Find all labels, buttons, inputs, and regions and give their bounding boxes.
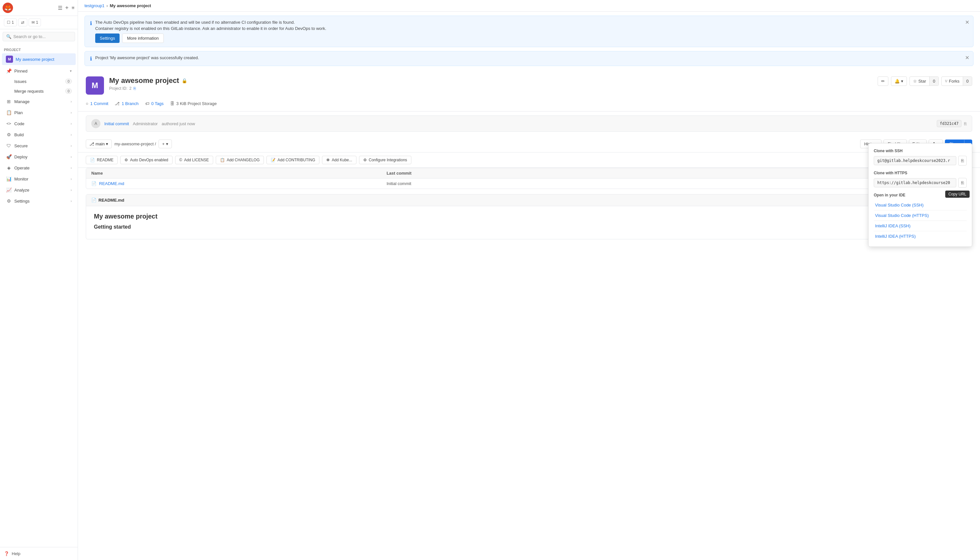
clone-intellij-ssh[interactable]: IntelliJ IDEA (SSH) bbox=[874, 221, 967, 231]
clone-https-url[interactable]: https://gitlab.helpdeskcourse20 bbox=[874, 178, 956, 187]
configure-integrations-button[interactable]: ⚙ Configure Integrations bbox=[359, 156, 411, 164]
plan-label: Plan bbox=[14, 110, 23, 115]
pinned-icon: 📌 bbox=[6, 68, 12, 74]
commits-icon: ○ bbox=[86, 101, 88, 106]
sidebar-item-project[interactable]: M My awesome project bbox=[2, 53, 76, 65]
branch-selector[interactable]: ⎇ main ▾ bbox=[86, 140, 112, 148]
deploy-label: Deploy bbox=[14, 155, 27, 159]
chevron-right-icon2: › bbox=[70, 110, 72, 115]
topbar: testgroup1 › My awesome project bbox=[78, 0, 980, 12]
add-contributing-button[interactable]: 📝 Add CONTRIBUTING bbox=[266, 156, 319, 164]
repo-toolbar: ⎇ main ▾ my-awesome-project / + ▾ Histor… bbox=[78, 136, 980, 153]
sidebar-subitem-merge-requests[interactable]: Merge requests 0 bbox=[2, 87, 76, 96]
sidebar-item-secure[interactable]: 🛡 Secure › bbox=[2, 140, 76, 151]
readme-subtitle: Getting started bbox=[94, 224, 964, 230]
sidebar-item-monitor[interactable]: 📊 Monitor › bbox=[2, 174, 76, 184]
code-label: Code bbox=[14, 121, 24, 126]
copy-ssh-icon: ⎘ bbox=[961, 158, 964, 163]
tags-link[interactable]: 0 Tags bbox=[151, 101, 164, 106]
stat-branches[interactable]: ⎇ 1 Branch bbox=[115, 101, 138, 106]
stat-tags[interactable]: 🏷 0 Tags bbox=[145, 101, 164, 106]
commit-title[interactable]: Initial commit bbox=[104, 121, 129, 126]
fork-button[interactable]: ⑂ Forks 0 bbox=[941, 77, 972, 86]
alert-success-close[interactable]: ✕ bbox=[965, 55, 969, 61]
main-content: testgroup1 › My awesome project ℹ The Au… bbox=[78, 0, 980, 560]
star-button[interactable]: ☆ Star 0 bbox=[910, 77, 939, 86]
manage-label: Manage bbox=[14, 99, 30, 104]
code-icon: <> bbox=[6, 121, 12, 127]
sidebar-footer-help[interactable]: ❓ Help bbox=[0, 547, 78, 560]
readme-button[interactable]: 📄 README bbox=[86, 156, 118, 164]
clone-vscode-https[interactable]: Visual Studio Code (HTTPS) bbox=[874, 210, 967, 221]
chevron-right-icon3: › bbox=[70, 122, 72, 125]
plan-icon: 📋 bbox=[6, 110, 12, 115]
topbar-separator: › bbox=[106, 3, 108, 8]
add-file-button[interactable]: + ▾ bbox=[159, 140, 172, 148]
sidebar-item-deploy[interactable]: 🚀 Deploy › bbox=[2, 152, 76, 162]
commits-link[interactable]: 1 Commit bbox=[90, 101, 108, 106]
alert-info-icon: ℹ bbox=[90, 20, 92, 26]
new-item-icon[interactable]: + bbox=[65, 5, 68, 12]
copy-https-url-button[interactable]: ⎘ Copy URL bbox=[958, 178, 967, 188]
add-kube-button[interactable]: ☸ Add Kube... bbox=[322, 156, 357, 164]
chevron-right-icon9: › bbox=[70, 188, 72, 192]
notification-button[interactable]: 🔔 ▾ bbox=[891, 77, 907, 86]
todos-badge[interactable]: ✉ 1 bbox=[28, 18, 41, 26]
commit-avatar-initial: A bbox=[95, 121, 97, 126]
edit-project-button[interactable]: ✏ bbox=[878, 77, 889, 86]
project-id-value: 2 bbox=[130, 86, 131, 91]
alert-autodevops-close[interactable]: ✕ bbox=[965, 19, 969, 25]
copy-id-icon[interactable]: ⎘ bbox=[133, 86, 136, 91]
license-label: Add LICENSE bbox=[184, 158, 209, 162]
sidebar-section-label: Project bbox=[0, 44, 78, 53]
sidebar-item-settings[interactable]: ⚙ Settings › bbox=[2, 196, 76, 206]
commit-hash: fd321c47 ⎘ bbox=[937, 120, 967, 127]
sidebar-item-operate[interactable]: ◈ Operate › bbox=[2, 163, 76, 173]
path-breadcrumb: my-awesome-project / bbox=[115, 142, 156, 146]
file-name[interactable]: 📄 README.md bbox=[91, 181, 382, 186]
sidebar-item-analyze[interactable]: 📈 Analyze › bbox=[2, 185, 76, 195]
stat-commits[interactable]: ○ 1 Commit bbox=[86, 101, 108, 106]
mr-badge[interactable]: ⇄ bbox=[18, 18, 27, 26]
sidebar-item-pinned[interactable]: 📌 Pinned ▾ bbox=[2, 66, 76, 76]
sidebar-item-build[interactable]: ⚙ Build › bbox=[2, 130, 76, 140]
pinned-label: Pinned bbox=[14, 68, 27, 73]
autodevops-button[interactable]: ⚙ Auto DevOps enabled bbox=[120, 156, 172, 164]
sidebar-item-manage[interactable]: ⊞ Manage › bbox=[2, 96, 76, 107]
more-information-button[interactable]: More information bbox=[122, 33, 164, 43]
sidebar-item-plan[interactable]: 📋 Plan › bbox=[2, 107, 76, 118]
activity-icon[interactable]: ✳ bbox=[71, 5, 75, 10]
settings-button[interactable]: Settings bbox=[95, 33, 120, 43]
clone-ssh-url[interactable]: git@gitlab.helpdeskcourse2023.r bbox=[874, 156, 956, 165]
copy-hash-icon[interactable]: ⎘ bbox=[964, 121, 967, 126]
integrations-label: Configure Integrations bbox=[369, 158, 407, 162]
quick-actions: 📄 README ⚙ Auto DevOps enabled © Add LIC… bbox=[78, 153, 980, 168]
sidebar-search[interactable]: 🔍 Search or go to... bbox=[3, 32, 75, 41]
clone-vscode-ssh[interactable]: Visual Studio Code (SSH) bbox=[874, 200, 967, 210]
repo-path: my-awesome-project / bbox=[115, 142, 156, 146]
sidebar-subitem-issues[interactable]: Issues 0 bbox=[2, 77, 76, 86]
chevron-right-icon6: › bbox=[70, 155, 72, 159]
alert-success-icon: ℹ bbox=[90, 56, 92, 62]
plus-icon: + bbox=[162, 142, 165, 146]
branches-link[interactable]: 1 Branch bbox=[121, 101, 138, 106]
copy-https-icon: ⎘ bbox=[961, 180, 964, 185]
add-license-button[interactable]: © Add LICENSE bbox=[175, 156, 213, 164]
add-changelog-button[interactable]: 📋 Add CHANGELOG bbox=[216, 156, 264, 164]
sidebar-toggle-icon[interactable]: ☰ bbox=[58, 5, 62, 11]
gitlab-logo[interactable]: 🦊 bbox=[3, 3, 13, 13]
lock-icon: 🔒 bbox=[182, 78, 187, 83]
tags-icon: 🏷 bbox=[145, 101, 149, 106]
project-id-label: Project ID: bbox=[109, 86, 127, 91]
branch-arrow-icon: ▾ bbox=[106, 142, 108, 146]
mr-count-badge: 0 bbox=[65, 88, 72, 94]
pencil-icon: ✏ bbox=[881, 79, 885, 83]
sidebar-item-code[interactable]: <> Code › bbox=[2, 118, 76, 129]
clone-intellij-https[interactable]: IntelliJ IDEA (HTTPS) bbox=[874, 231, 967, 241]
issues-badge[interactable]: ☐ 1 bbox=[4, 18, 17, 26]
topbar-group[interactable]: testgroup1 bbox=[85, 3, 104, 8]
commit-hash-code[interactable]: fd321c47 bbox=[937, 120, 962, 127]
copy-ssh-url-button[interactable]: ⎘ bbox=[958, 156, 967, 165]
clone-dropdown: Clone with SSH git@gitlab.helpdeskcourse… bbox=[868, 143, 972, 247]
star-label: Star bbox=[918, 79, 926, 83]
